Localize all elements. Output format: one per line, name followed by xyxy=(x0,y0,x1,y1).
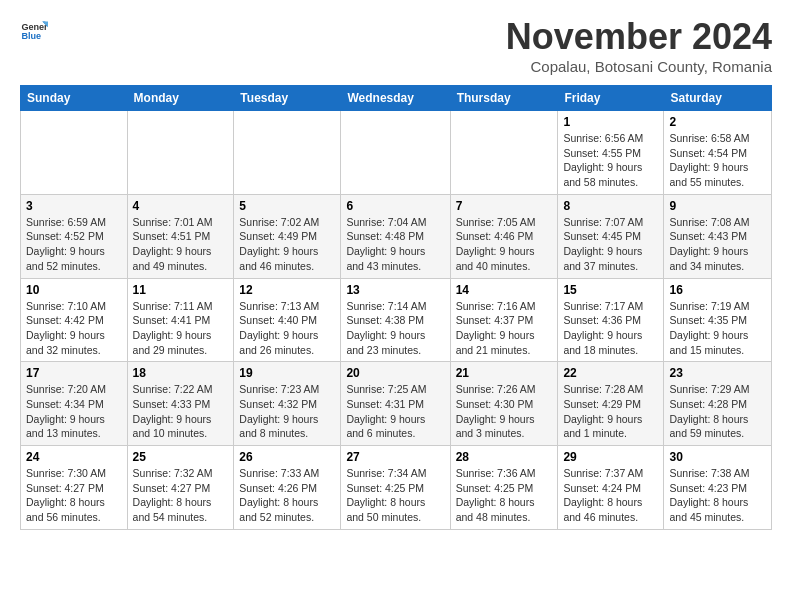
day-number: 30 xyxy=(669,450,766,464)
day-number: 26 xyxy=(239,450,335,464)
day-info: Sunrise: 7:13 AM Sunset: 4:40 PM Dayligh… xyxy=(239,299,335,358)
table-row: 29Sunrise: 7:37 AM Sunset: 4:24 PM Dayli… xyxy=(558,446,664,530)
table-row: 12Sunrise: 7:13 AM Sunset: 4:40 PM Dayli… xyxy=(234,278,341,362)
table-row: 4Sunrise: 7:01 AM Sunset: 4:51 PM Daylig… xyxy=(127,194,234,278)
day-info: Sunrise: 7:34 AM Sunset: 4:25 PM Dayligh… xyxy=(346,466,444,525)
table-row: 10Sunrise: 7:10 AM Sunset: 4:42 PM Dayli… xyxy=(21,278,128,362)
table-row: 16Sunrise: 7:19 AM Sunset: 4:35 PM Dayli… xyxy=(664,278,772,362)
month-title: November 2024 xyxy=(506,16,772,58)
day-info: Sunrise: 7:33 AM Sunset: 4:26 PM Dayligh… xyxy=(239,466,335,525)
day-number: 4 xyxy=(133,199,229,213)
day-number: 16 xyxy=(669,283,766,297)
table-row xyxy=(234,111,341,195)
day-info: Sunrise: 7:30 AM Sunset: 4:27 PM Dayligh… xyxy=(26,466,122,525)
table-row: 5Sunrise: 7:02 AM Sunset: 4:49 PM Daylig… xyxy=(234,194,341,278)
table-row: 23Sunrise: 7:29 AM Sunset: 4:28 PM Dayli… xyxy=(664,362,772,446)
calendar-week-row: 17Sunrise: 7:20 AM Sunset: 4:34 PM Dayli… xyxy=(21,362,772,446)
day-number: 17 xyxy=(26,366,122,380)
day-number: 15 xyxy=(563,283,658,297)
table-row xyxy=(450,111,558,195)
col-saturday: Saturday xyxy=(664,86,772,111)
table-row: 9Sunrise: 7:08 AM Sunset: 4:43 PM Daylig… xyxy=(664,194,772,278)
day-info: Sunrise: 6:58 AM Sunset: 4:54 PM Dayligh… xyxy=(669,131,766,190)
day-number: 20 xyxy=(346,366,444,380)
day-info: Sunrise: 7:37 AM Sunset: 4:24 PM Dayligh… xyxy=(563,466,658,525)
title-area: November 2024 Copalau, Botosani County, … xyxy=(506,16,772,75)
table-row: 28Sunrise: 7:36 AM Sunset: 4:25 PM Dayli… xyxy=(450,446,558,530)
day-number: 9 xyxy=(669,199,766,213)
day-number: 1 xyxy=(563,115,658,129)
day-number: 10 xyxy=(26,283,122,297)
table-row: 7Sunrise: 7:05 AM Sunset: 4:46 PM Daylig… xyxy=(450,194,558,278)
calendar-week-row: 1Sunrise: 6:56 AM Sunset: 4:55 PM Daylig… xyxy=(21,111,772,195)
day-number: 2 xyxy=(669,115,766,129)
logo: General Blue xyxy=(20,16,48,44)
day-number: 22 xyxy=(563,366,658,380)
table-row: 8Sunrise: 7:07 AM Sunset: 4:45 PM Daylig… xyxy=(558,194,664,278)
day-number: 28 xyxy=(456,450,553,464)
svg-text:Blue: Blue xyxy=(21,31,41,41)
day-info: Sunrise: 7:11 AM Sunset: 4:41 PM Dayligh… xyxy=(133,299,229,358)
day-info: Sunrise: 7:07 AM Sunset: 4:45 PM Dayligh… xyxy=(563,215,658,274)
day-number: 18 xyxy=(133,366,229,380)
table-row: 2Sunrise: 6:58 AM Sunset: 4:54 PM Daylig… xyxy=(664,111,772,195)
day-info: Sunrise: 7:05 AM Sunset: 4:46 PM Dayligh… xyxy=(456,215,553,274)
day-info: Sunrise: 7:02 AM Sunset: 4:49 PM Dayligh… xyxy=(239,215,335,274)
table-row: 13Sunrise: 7:14 AM Sunset: 4:38 PM Dayli… xyxy=(341,278,450,362)
table-row: 21Sunrise: 7:26 AM Sunset: 4:30 PM Dayli… xyxy=(450,362,558,446)
day-info: Sunrise: 7:17 AM Sunset: 4:36 PM Dayligh… xyxy=(563,299,658,358)
table-row: 17Sunrise: 7:20 AM Sunset: 4:34 PM Dayli… xyxy=(21,362,128,446)
day-info: Sunrise: 7:20 AM Sunset: 4:34 PM Dayligh… xyxy=(26,382,122,441)
day-number: 5 xyxy=(239,199,335,213)
day-info: Sunrise: 7:10 AM Sunset: 4:42 PM Dayligh… xyxy=(26,299,122,358)
table-row: 27Sunrise: 7:34 AM Sunset: 4:25 PM Dayli… xyxy=(341,446,450,530)
calendar-table: Sunday Monday Tuesday Wednesday Thursday… xyxy=(20,85,772,530)
table-row: 22Sunrise: 7:28 AM Sunset: 4:29 PM Dayli… xyxy=(558,362,664,446)
day-info: Sunrise: 7:22 AM Sunset: 4:33 PM Dayligh… xyxy=(133,382,229,441)
day-info: Sunrise: 7:26 AM Sunset: 4:30 PM Dayligh… xyxy=(456,382,553,441)
table-row: 1Sunrise: 6:56 AM Sunset: 4:55 PM Daylig… xyxy=(558,111,664,195)
calendar-week-row: 24Sunrise: 7:30 AM Sunset: 4:27 PM Dayli… xyxy=(21,446,772,530)
table-row: 3Sunrise: 6:59 AM Sunset: 4:52 PM Daylig… xyxy=(21,194,128,278)
table-row xyxy=(21,111,128,195)
day-number: 23 xyxy=(669,366,766,380)
day-number: 6 xyxy=(346,199,444,213)
day-info: Sunrise: 7:16 AM Sunset: 4:37 PM Dayligh… xyxy=(456,299,553,358)
table-row xyxy=(127,111,234,195)
location-subtitle: Copalau, Botosani County, Romania xyxy=(506,58,772,75)
day-number: 21 xyxy=(456,366,553,380)
day-info: Sunrise: 7:08 AM Sunset: 4:43 PM Dayligh… xyxy=(669,215,766,274)
day-info: Sunrise: 7:38 AM Sunset: 4:23 PM Dayligh… xyxy=(669,466,766,525)
day-info: Sunrise: 7:32 AM Sunset: 4:27 PM Dayligh… xyxy=(133,466,229,525)
table-row: 24Sunrise: 7:30 AM Sunset: 4:27 PM Dayli… xyxy=(21,446,128,530)
table-row: 20Sunrise: 7:25 AM Sunset: 4:31 PM Dayli… xyxy=(341,362,450,446)
table-row: 18Sunrise: 7:22 AM Sunset: 4:33 PM Dayli… xyxy=(127,362,234,446)
day-number: 27 xyxy=(346,450,444,464)
day-info: Sunrise: 7:29 AM Sunset: 4:28 PM Dayligh… xyxy=(669,382,766,441)
day-info: Sunrise: 7:04 AM Sunset: 4:48 PM Dayligh… xyxy=(346,215,444,274)
col-tuesday: Tuesday xyxy=(234,86,341,111)
table-row: 25Sunrise: 7:32 AM Sunset: 4:27 PM Dayli… xyxy=(127,446,234,530)
col-friday: Friday xyxy=(558,86,664,111)
table-row: 30Sunrise: 7:38 AM Sunset: 4:23 PM Dayli… xyxy=(664,446,772,530)
day-number: 29 xyxy=(563,450,658,464)
table-row: 11Sunrise: 7:11 AM Sunset: 4:41 PM Dayli… xyxy=(127,278,234,362)
calendar-week-row: 10Sunrise: 7:10 AM Sunset: 4:42 PM Dayli… xyxy=(21,278,772,362)
logo-icon: General Blue xyxy=(20,16,48,44)
day-number: 7 xyxy=(456,199,553,213)
table-row: 14Sunrise: 7:16 AM Sunset: 4:37 PM Dayli… xyxy=(450,278,558,362)
table-row: 19Sunrise: 7:23 AM Sunset: 4:32 PM Dayli… xyxy=(234,362,341,446)
day-info: Sunrise: 7:01 AM Sunset: 4:51 PM Dayligh… xyxy=(133,215,229,274)
day-info: Sunrise: 7:25 AM Sunset: 4:31 PM Dayligh… xyxy=(346,382,444,441)
table-row: 15Sunrise: 7:17 AM Sunset: 4:36 PM Dayli… xyxy=(558,278,664,362)
day-number: 14 xyxy=(456,283,553,297)
calendar-header-row: Sunday Monday Tuesday Wednesday Thursday… xyxy=(21,86,772,111)
table-row: 6Sunrise: 7:04 AM Sunset: 4:48 PM Daylig… xyxy=(341,194,450,278)
day-number: 13 xyxy=(346,283,444,297)
col-wednesday: Wednesday xyxy=(341,86,450,111)
day-number: 19 xyxy=(239,366,335,380)
table-row: 26Sunrise: 7:33 AM Sunset: 4:26 PM Dayli… xyxy=(234,446,341,530)
col-thursday: Thursday xyxy=(450,86,558,111)
page-header: General Blue November 2024 Copalau, Boto… xyxy=(20,16,772,75)
day-info: Sunrise: 6:59 AM Sunset: 4:52 PM Dayligh… xyxy=(26,215,122,274)
